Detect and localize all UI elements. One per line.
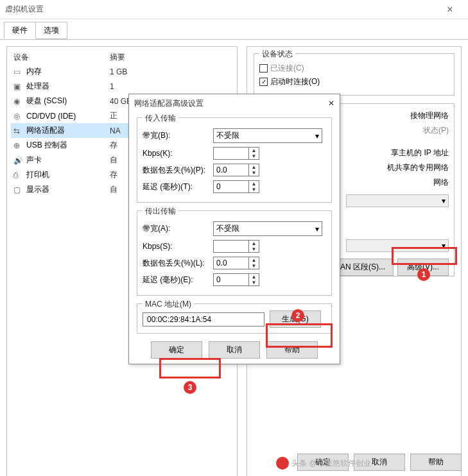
watermark-logo-icon — [276, 457, 289, 470]
outgoing-title: 传出传输 — [143, 206, 178, 217]
connected-checkbox[interactable] — [259, 64, 268, 72]
tab-options[interactable]: 选项 — [35, 22, 67, 39]
kbps-s-input[interactable]: ▲▼ — [213, 240, 259, 253]
device-summary: 自 — [110, 184, 117, 195]
tab-hardware[interactable]: 硬件 — [4, 22, 36, 39]
bandwidth-b-dropdown[interactable]: 不受限▾ — [213, 128, 322, 143]
disk-icon: ◉ — [13, 97, 24, 106]
kbps-k-label: Kbps(K): — [143, 149, 213, 158]
loss-l-label: 数据包丢失(%)(L): — [143, 258, 213, 269]
device-summary: 存 — [110, 140, 117, 151]
chevron-down-icon: ▾ — [315, 132, 319, 140]
device-status-title: 设备状态 — [259, 49, 295, 60]
highlight-3 — [159, 358, 221, 378]
bandwidth-a-dropdown[interactable]: 不受限▾ — [213, 221, 322, 236]
incoming-group: 传入传输 带宽(B): 不受限▾ Kbps(K): ▲▼ 数据包丢失(%)(P)… — [137, 117, 332, 203]
device-name: 打印机 — [26, 169, 110, 180]
kbps-s-label: Kbps(S): — [143, 242, 213, 251]
incoming-title: 传入传输 — [143, 113, 178, 124]
device-row-0[interactable]: ▭内存1 GB — [11, 64, 233, 79]
device-name: 网络适配器 — [26, 125, 110, 136]
device-summary: 存 — [110, 169, 117, 180]
device-summary: 1 GB — [110, 67, 127, 76]
chevron-down-icon: ▾ — [442, 196, 446, 205]
watermark-text: 头条 @乐悠悠软件创业 — [291, 458, 371, 469]
device-summary: 自 — [110, 155, 117, 166]
main-help-button[interactable]: 帮助 — [410, 454, 462, 471]
network-icon: ⇆ — [13, 126, 24, 135]
mac-input[interactable]: 00:0C:29:84:1A:54 — [143, 312, 264, 327]
badge-1: 1 — [417, 268, 430, 281]
bandwidth-b-label: 带宽(B): — [143, 130, 213, 141]
device-name: CD/DVD (IDE) — [26, 112, 110, 121]
cd-icon: ◎ — [13, 112, 24, 121]
dialog-close-icon[interactable]: ✕ — [328, 99, 334, 108]
col-summary: 摘要 — [110, 52, 125, 63]
badge-2: 2 — [291, 309, 304, 322]
kbps-k-input[interactable]: ▲▼ — [213, 147, 259, 160]
usb-icon: ⊕ — [13, 141, 24, 150]
connect-on-start-label: 启动时连接(O) — [270, 76, 320, 87]
device-summary: NA — [110, 126, 121, 135]
dialog-cancel-button[interactable]: 取消 — [209, 341, 260, 359]
latency-e-label: 延迟 (毫秒)(E): — [143, 275, 213, 285]
watermark: 头条 @乐悠悠软件创业 — [276, 457, 371, 470]
chevron-down-icon: ▾ — [315, 225, 319, 234]
network-dropdown[interactable]: ▾ — [346, 194, 449, 207]
loss-l-input[interactable]: 0.0▲▼ — [213, 257, 259, 269]
highlight-2 — [266, 323, 333, 348]
dialog-titlebar: 网络适配器高级设置 ✕ — [129, 94, 340, 112]
latency-t-label: 延迟 (毫秒)(T): — [143, 182, 213, 192]
loss-p-label: 数据包丢失(%)(P): — [143, 165, 213, 176]
window-title: 虚拟机设置 — [5, 4, 437, 15]
device-name: 声卡 — [26, 155, 110, 166]
device-name: 显示器 — [26, 184, 110, 195]
main-titlebar: 虚拟机设置 × — [0, 0, 468, 19]
latency-e-input[interactable]: 0▲▼ — [213, 273, 259, 286]
memory-icon: ▭ — [13, 67, 24, 76]
device-name: 处理器 — [26, 81, 110, 92]
display-icon: ▢ — [13, 185, 24, 194]
sound-icon: 🔊 — [13, 156, 24, 165]
device-row-1[interactable]: ▣处理器1 — [11, 79, 233, 94]
device-status-group: 设备状态 已连接(C) ✓ 启动时连接(O) — [254, 53, 455, 96]
bandwidth-a-label: 带宽(A): — [143, 223, 213, 234]
mac-title: MAC 地址(M) — [143, 299, 194, 310]
device-summary: 正 — [110, 110, 117, 121]
loss-p-input[interactable]: 0.0▲▼ — [213, 164, 259, 176]
device-summary: 1 — [110, 82, 114, 91]
close-icon[interactable]: × — [437, 4, 463, 15]
tab-strip: 硬件 选项 — [0, 19, 468, 40]
connected-label: 已连接(C) — [270, 63, 304, 74]
dialog-title: 网络适配器高级设置 — [134, 98, 328, 109]
highlight-1 — [392, 247, 457, 265]
device-list-header: 设备 摘要 — [11, 51, 233, 64]
device-name: 内存 — [26, 66, 110, 77]
badge-3: 3 — [184, 381, 196, 394]
outgoing-group: 传出传输 带宽(A): 不受限▾ Kbps(S): ▲▼ 数据包丢失(%)(L)… — [137, 210, 332, 296]
device-name: 硬盘 (SCSI) — [26, 96, 110, 106]
device-name: USB 控制器 — [26, 140, 110, 151]
dialog-ok-button[interactable]: 确定 — [151, 341, 202, 359]
printer-icon: ⎙ — [13, 171, 24, 180]
latency-t-input[interactable]: 0▲▼ — [213, 180, 259, 193]
connect-on-start-checkbox[interactable]: ✓ — [259, 78, 268, 86]
cpu-icon: ▣ — [13, 82, 24, 91]
col-device: 设备 — [13, 52, 110, 63]
